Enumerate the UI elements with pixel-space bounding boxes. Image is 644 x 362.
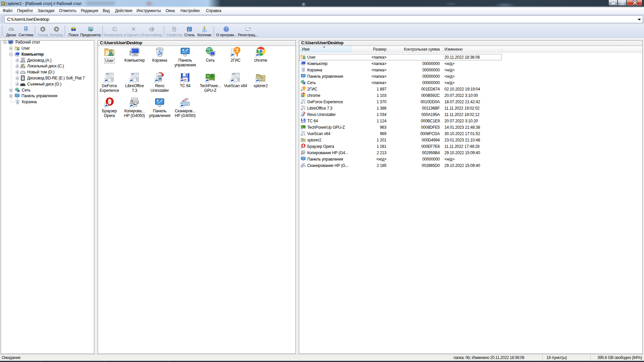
svg-text:x2: x2 (3, 3, 5, 5)
